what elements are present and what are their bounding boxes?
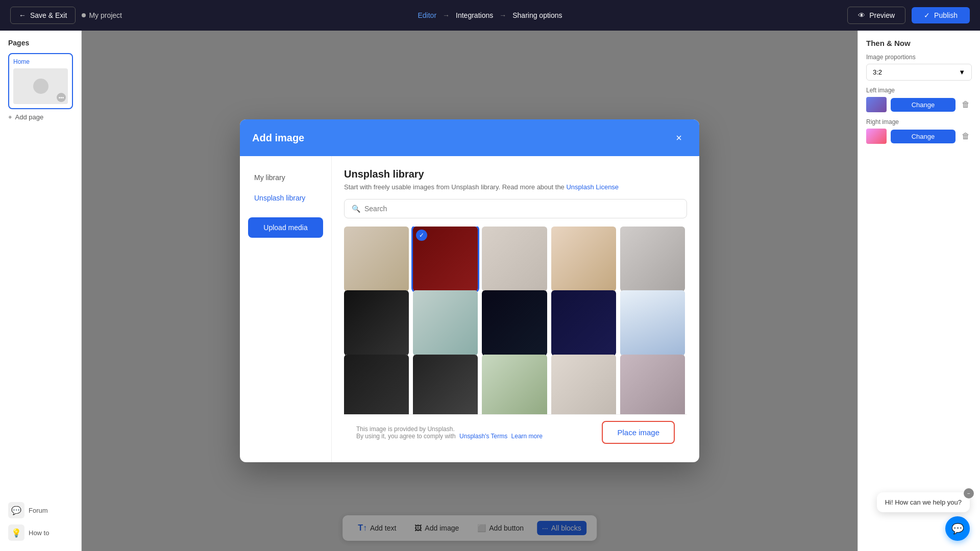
- grid-image-8[interactable]: [482, 290, 547, 355]
- image-proportions-label: Image proportions: [866, 54, 972, 61]
- chevron-down-icon: ▼: [959, 68, 965, 76]
- step-editor[interactable]: Editor: [418, 11, 436, 19]
- close-icon: ×: [676, 132, 682, 144]
- place-image-button[interactable]: Place image: [602, 421, 675, 444]
- left-image-change-button[interactable]: Change: [891, 98, 955, 112]
- plus-icon: +: [8, 113, 12, 121]
- image-grid: ✓: [344, 227, 687, 414]
- left-image-label: Left image: [866, 87, 972, 94]
- upload-media-button[interactable]: Upload media: [248, 217, 323, 238]
- navbar-steps: Editor → Integrations → Sharing options: [418, 11, 562, 19]
- messenger-icon: 💬: [951, 522, 964, 535]
- navbar-left: ← Save & Exit My project: [10, 7, 122, 24]
- chat-message: Hi! How can we help you?: [885, 498, 962, 506]
- arrow-left-icon: ←: [19, 11, 26, 19]
- left-image-thumb: [866, 97, 887, 112]
- right-image-label: Right image: [866, 118, 972, 126]
- canvas-area: T↑ Add text 🖼 Add image ⬜ Add button ···…: [82, 31, 857, 551]
- chat-widget: − Hi! How can we help you? 💬: [877, 492, 970, 541]
- project-name: My project: [82, 11, 122, 19]
- howto-label: How to: [29, 529, 49, 537]
- modal-nav-unsplash[interactable]: Unsplash library: [248, 189, 323, 207]
- thumb-circle: [33, 79, 48, 94]
- navbar-right: 👁 Preview ✓ Publish: [847, 7, 970, 24]
- search-input[interactable]: [364, 205, 679, 213]
- forum-label: Forum: [29, 507, 48, 514]
- arrow-icon-1: →: [443, 11, 450, 19]
- right-image-delete-button[interactable]: 🗑: [960, 130, 972, 143]
- add-image-modal: Add image × My library Unsplash library …: [240, 119, 699, 462]
- image-proportions-select[interactable]: 3:2 ▼: [866, 64, 972, 81]
- grid-image-9[interactable]: [551, 290, 616, 355]
- howto-icon: 💡: [8, 524, 24, 541]
- grid-image-6[interactable]: [344, 290, 409, 355]
- thumb-dots: •••: [57, 93, 66, 102]
- grid-image-11[interactable]: [344, 355, 409, 414]
- sidebar-bottom: 💬 Forum 💡 How to: [8, 502, 49, 541]
- grid-image-12[interactable]: [413, 355, 478, 414]
- unsplash-terms-link[interactable]: Unsplash's Terms: [459, 433, 507, 440]
- modal-overlay: Add image × My library Unsplash library …: [82, 31, 857, 551]
- footer-line-1: This image is provided by Unsplash.: [356, 425, 543, 433]
- right-image-change-button[interactable]: Change: [891, 130, 955, 143]
- check-icon: ✓: [924, 11, 930, 19]
- project-name-label: My project: [89, 11, 122, 19]
- preview-label: Preview: [869, 11, 895, 19]
- footer-line-2: By using it, you agree to comply with Un…: [356, 433, 543, 440]
- eye-icon: 👁: [858, 11, 865, 19]
- search-icon: 🔍: [352, 205, 360, 213]
- left-sidebar: Pages Home ••• + Add page 💬 Forum 💡 How …: [0, 31, 82, 551]
- unsplash-title: Unsplash library: [344, 168, 687, 180]
- modal-sidebar: My library Unsplash library Upload media: [240, 156, 332, 462]
- grid-image-13[interactable]: [482, 355, 547, 414]
- sidebar-forum-item[interactable]: 💬 Forum: [8, 502, 49, 518]
- search-box: 🔍: [344, 199, 687, 218]
- publish-button[interactable]: ✓ Publish: [912, 7, 970, 23]
- modal-footer: This image is provided by Unsplash. By u…: [344, 414, 687, 450]
- arrow-icon-2: →: [499, 11, 506, 19]
- left-image-row: Change 🗑: [866, 97, 972, 112]
- modal-header: Add image ×: [240, 119, 699, 156]
- save-exit-button[interactable]: ← Save & Exit: [10, 7, 76, 24]
- preview-button[interactable]: 👁 Preview: [847, 7, 905, 24]
- page-card-label: Home: [13, 58, 68, 65]
- left-image-delete-button[interactable]: 🗑: [960, 98, 972, 111]
- chat-close-button[interactable]: −: [964, 488, 974, 498]
- unsplash-license-link[interactable]: Unsplash License: [566, 183, 619, 191]
- right-sidebar: Then & Now Image proportions 3:2 ▼ Left …: [857, 31, 980, 551]
- grid-image-5[interactable]: [620, 227, 685, 291]
- grid-image-3[interactable]: [482, 227, 547, 291]
- step-integrations[interactable]: Integrations: [456, 11, 493, 19]
- sidebar-howto-item[interactable]: 💡 How to: [8, 524, 49, 541]
- grid-image-10[interactable]: [620, 290, 685, 355]
- desc-text: Start with freely usable images from Uns…: [344, 183, 565, 191]
- right-image-row: Change 🗑: [866, 129, 972, 144]
- trash-icon-2: 🗑: [962, 132, 970, 140]
- main-layout: Pages Home ••• + Add page 💬 Forum 💡 How …: [0, 31, 980, 551]
- footer-text: This image is provided by Unsplash. By u…: [356, 425, 543, 440]
- page-card-thumb: •••: [13, 68, 68, 104]
- modal-close-button[interactable]: ×: [671, 130, 687, 146]
- forum-icon: 💬: [8, 502, 24, 518]
- chat-trigger-button[interactable]: 💬: [945, 516, 970, 541]
- grid-image-2[interactable]: ✓: [413, 227, 478, 291]
- proportions-value: 3:2: [873, 68, 882, 76]
- right-sidebar-title: Then & Now: [866, 39, 972, 47]
- modal-body: My library Unsplash library Upload media…: [240, 156, 699, 462]
- chat-bubble: − Hi! How can we help you?: [877, 492, 970, 512]
- grid-image-7[interactable]: [413, 290, 478, 355]
- page-card-home[interactable]: Home •••: [8, 53, 73, 109]
- unsplash-desc: Start with freely usable images from Uns…: [344, 183, 687, 191]
- grid-image-15[interactable]: [620, 355, 685, 414]
- add-page-label: Add page: [15, 113, 44, 121]
- trash-icon: 🗑: [962, 100, 970, 109]
- grid-image-4[interactable]: [551, 227, 616, 291]
- add-page-button[interactable]: + Add page: [8, 113, 73, 121]
- step-sharing[interactable]: Sharing options: [512, 11, 562, 19]
- grid-image-1[interactable]: [344, 227, 409, 291]
- modal-nav-my-library[interactable]: My library: [248, 168, 323, 187]
- grid-image-14[interactable]: [551, 355, 616, 414]
- learn-more-link[interactable]: Learn more: [511, 433, 543, 440]
- right-image-thumb: [866, 129, 887, 144]
- dot-indicator: [82, 13, 86, 17]
